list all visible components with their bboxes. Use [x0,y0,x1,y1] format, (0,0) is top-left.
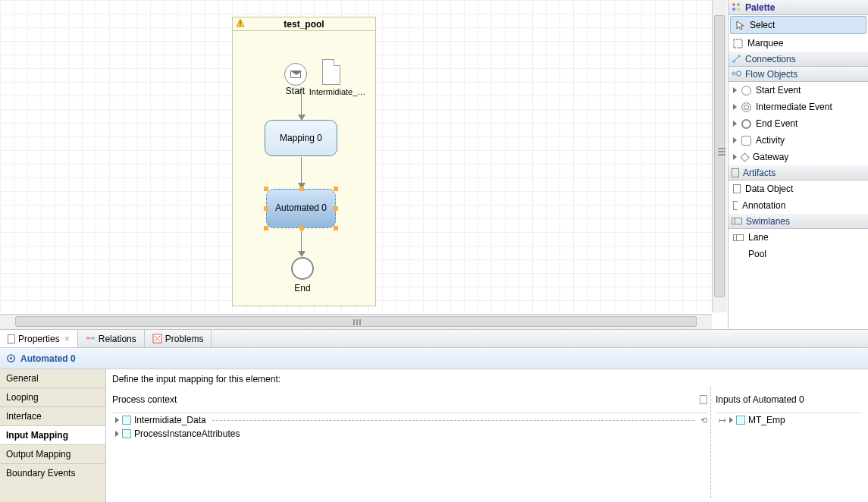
warning-icon [236,18,245,27]
svg-point-13 [86,337,89,340]
selection-handle[interactable] [264,226,268,231]
expand-icon[interactable] [115,431,119,437]
input-mapping-content: Define the input mapping for this elemen… [106,369,868,502]
mapping-task-node[interactable]: Mapping 0 [265,120,337,156]
drawer-label: Artifacts [743,168,776,178]
swimlanes-icon [732,218,742,224]
palette-item-label: Data Object [745,184,793,194]
selection-handle[interactable] [334,187,338,191]
cursor-icon [735,20,745,30]
expand-icon[interactable] [115,417,119,423]
selection-handle[interactable] [299,187,304,191]
palette-item-annotation[interactable]: Annotation [729,197,868,214]
column-title: Process context [112,394,177,405]
view-tab-bar: Properties × Relations Problems [0,330,868,348]
prop-tab-general[interactable]: General [0,369,105,388]
palette-item-lane[interactable]: Lane [729,229,868,246]
palette-drawer-flow-objects[interactable]: Flow Objects [729,67,868,82]
pool-title-label: test_pool [284,19,324,30]
end-event-node[interactable] [291,257,314,280]
automated-task-node[interactable]: Automated 0 [266,189,336,228]
mapping-instruction: Define the input mapping for this elemen… [112,374,862,384]
palette-item-label: Lane [748,232,769,243]
svg-rect-2 [240,24,240,25]
properties-icon [8,334,15,344]
palette-item-activity[interactable]: Activity [729,132,868,149]
palette-icon [732,2,741,12]
palette-tool-marquee[interactable]: Marquee [729,35,868,52]
process-context-column: Process context Intermidiate_Data ⟲ Proc… [112,387,711,498]
palette-title: Palette [745,2,775,13]
prop-tab-boundary-events[interactable]: Boundary Events [0,464,105,482]
palette-item-start-event[interactable]: Start Event [729,82,868,99]
intermediate-event-icon [741,102,751,112]
context-action-icon[interactable] [700,395,707,404]
selection-handle[interactable] [334,206,338,211]
column-header: Process context [112,387,707,413]
column-header: Inputs of Automated 0 [716,387,862,413]
data-object-label: Intermidiate_… [307,87,368,96]
tab-label: Properties [18,334,60,344]
problems-icon [152,334,162,344]
expand-icon[interactable] [729,417,733,423]
palette-item-pool[interactable]: Pool [729,246,868,262]
palette-header[interactable]: Palette [729,0,868,15]
svg-point-14 [92,337,95,340]
svg-rect-7 [734,39,742,48]
palette-item-gateway[interactable]: Gateway [729,149,868,165]
tab-relations[interactable]: Relations [78,330,145,347]
selection-handle[interactable] [264,206,268,211]
palette-item-intermediate-event[interactable]: Intermediate Event [729,99,868,115]
close-icon[interactable]: × [64,334,70,344]
palette-item-label: Annotation [742,200,785,211]
canvas-horizontal-scrollbar[interactable] [0,314,712,329]
data-object-node[interactable] [322,59,340,85]
drawer-label: Swimlanes [746,216,790,227]
diagram-canvas[interactable]: test_pool Start Intermidiate_… Mapping 0 [0,0,712,312]
expand-icon [733,87,737,93]
palette-item-label: End Event [756,118,797,129]
prop-tab-input-mapping[interactable]: Input Mapping [0,426,105,445]
pool-header[interactable]: test_pool [233,17,375,31]
input-item-mt-emp[interactable]: ↦ MT_Emp [716,413,862,427]
properties-title-bar: Automated 0 [0,348,868,369]
svg-point-4 [737,3,740,6]
palette-panel: Palette Select Marquee Connections Flow … [728,0,868,329]
palette-item-end-event[interactable]: End Event [729,115,868,132]
pool-test-pool[interactable]: test_pool Start Intermidiate_… Mapping 0 [232,17,376,306]
column-title: Inputs of Automated 0 [716,394,804,405]
selection-handle[interactable] [334,226,338,231]
expand-icon [733,137,737,143]
palette-drawer-connections[interactable]: Connections [729,52,868,67]
task-label: Automated 0 [275,202,327,215]
context-item-process-instance-attributes[interactable]: ProcessInstanceAttributes [112,427,707,441]
end-event-icon [741,119,751,129]
expand-icon [733,154,737,160]
artifacts-icon [732,168,739,177]
tab-label: Problems [165,334,204,344]
tab-label: Relations [99,334,136,344]
start-label: Start [286,86,305,96]
tab-properties[interactable]: Properties × [0,330,78,347]
canvas-vertical-scrollbar[interactable] [712,0,727,312]
selection-handle[interactable] [264,187,268,191]
flow-objects-icon [732,69,741,79]
prop-tab-interface[interactable]: Interface [0,407,105,426]
svg-point-11 [732,72,735,75]
palette-tool-select[interactable]: Select [730,16,866,34]
prop-tab-looping[interactable]: Looping [0,388,105,407]
data-object-icon [733,184,741,193]
palette-drawer-artifacts[interactable]: Artifacts [729,165,868,180]
prop-tab-output-mapping[interactable]: Output Mapping [0,445,105,464]
palette-item-data-object[interactable]: Data Object [729,180,868,197]
tab-problems[interactable]: Problems [145,330,212,347]
properties-panel: Properties × Relations Problems Automate… [0,329,868,502]
structure-icon [122,416,131,425]
relations-icon [86,334,96,344]
tree-label: Intermidiate_Data [134,415,206,425]
drawer-label: Flow Objects [745,69,797,80]
mapping-link-line[interactable] [212,420,694,421]
selection-handle[interactable] [299,226,304,231]
context-item-intermidiate-data[interactable]: Intermidiate_Data ⟲ [112,413,707,427]
palette-drawer-swimlanes[interactable]: Swimlanes [729,214,868,229]
